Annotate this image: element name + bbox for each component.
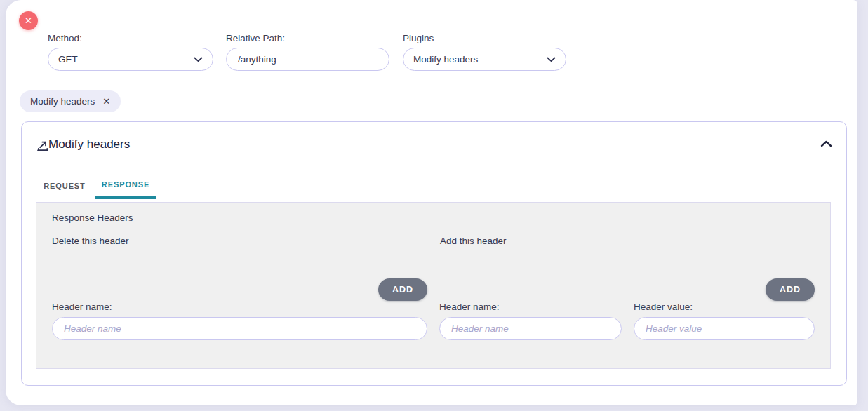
method-label: Method:	[48, 33, 82, 43]
modify-headers-icon	[36, 140, 49, 152]
relative-path-field-wrap	[226, 48, 389, 71]
plugin-chip-label: Modify headers	[30, 96, 95, 107]
delete-header-name-label: Header name:	[52, 302, 112, 312]
add-header-value-label: Header value:	[634, 302, 693, 312]
tab-response[interactable]: RESPONSE	[95, 173, 156, 199]
chevron-up-icon[interactable]	[820, 140, 832, 147]
add-header-add-button[interactable]: ADD	[766, 278, 815, 301]
relative-path-input[interactable]	[236, 53, 379, 65]
chevron-down-icon	[194, 57, 203, 62]
response-tab-body: Response Headers Delete this header Add …	[36, 202, 831, 369]
tab-request[interactable]: REQUEST	[34, 173, 95, 199]
section-title: Response Headers	[52, 213, 133, 223]
add-header-name-input[interactable]	[439, 317, 622, 340]
close-icon: ✕	[25, 15, 32, 26]
plugins-select-value: Modify headers	[413, 54, 478, 65]
chip-remove-icon[interactable]: ✕	[102, 96, 110, 107]
add-header-name-label: Header name:	[439, 302, 500, 312]
close-button[interactable]: ✕	[19, 11, 38, 30]
panel-title: Modify headers	[48, 137, 130, 151]
delete-header-name-input[interactable]	[52, 317, 427, 340]
relative-path-label: Relative Path:	[226, 33, 285, 43]
delete-header-add-button[interactable]: ADD	[378, 278, 427, 301]
add-header-group-title: Add this header	[440, 236, 507, 246]
plugins-select[interactable]: Modify headers	[403, 48, 566, 71]
page-background: ✕ Method: GET Relative Path: Plugins Mod…	[0, 0, 868, 411]
method-select-value: GET	[58, 54, 78, 65]
plugins-label: Plugins	[403, 33, 434, 43]
chevron-down-icon	[547, 57, 556, 62]
method-select[interactable]: GET	[48, 48, 213, 71]
modify-headers-panel: Modify headers REQUEST RESPONSE Response…	[21, 121, 847, 386]
add-header-value-input[interactable]	[634, 317, 815, 340]
plugin-chip-modify-headers: Modify headers ✕	[20, 90, 121, 112]
delete-header-group-title: Delete this header	[52, 236, 129, 246]
